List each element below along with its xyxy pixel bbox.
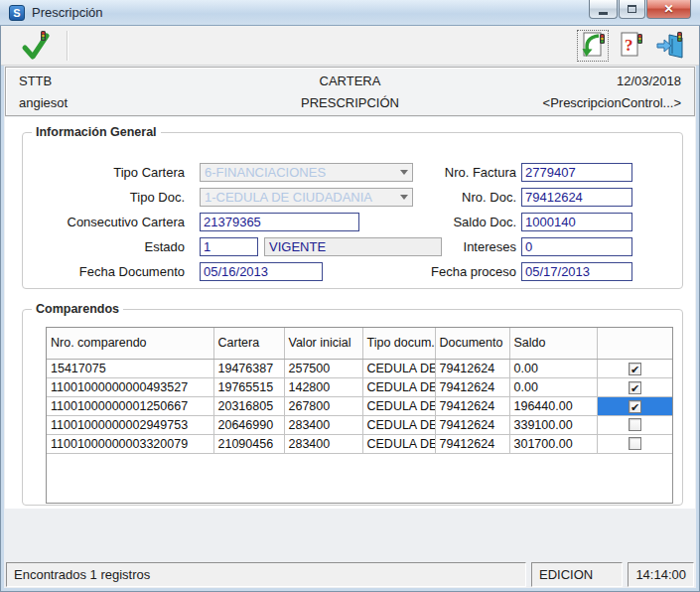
cell-nro-comparendo: 11001000000000493527 (47, 377, 213, 396)
table-row[interactable]: 11001000000000493527 19765515 142800 CED… (47, 377, 673, 396)
cell-tipo-documento: CEDULA DE ... (362, 434, 435, 453)
cell-saldo: 339100.00 (509, 415, 597, 434)
cell-documento: 79412624 (435, 415, 509, 434)
table-row[interactable]: 11001000000003320079 21090456 283400 CED… (47, 434, 673, 453)
row-checkbox[interactable]: ✔ (629, 400, 641, 413)
row-checkbox[interactable] (629, 437, 641, 450)
exit-door-icon (655, 31, 685, 62)
maximize-button[interactable] (619, 0, 645, 19)
nro-factura-label: Nro. Factura (405, 163, 516, 182)
status-message: Encontrados 1 registros (6, 562, 526, 587)
cell-nro-comparendo: 11001000000002949753 (47, 415, 213, 434)
tipo-cartera-value: 6-FINANCIACIONES (205, 165, 396, 180)
cell-valor-inicial: 142800 (284, 377, 362, 396)
saldo-doc-label: Saldo Doc. (405, 213, 516, 231)
header-date: 12/03/2018 (617, 74, 681, 88)
saldo-doc-input[interactable] (521, 213, 632, 231)
cell-documento: 79412624 (435, 396, 509, 415)
cell-nro-comparendo: 11001000000003320079 (47, 434, 213, 453)
cell-saldo: 301700.00 (509, 434, 597, 453)
fecha-proceso-input[interactable] (521, 262, 632, 281)
form-header-panel: STTB CARTERA 12/03/2018 angiesot PRESCRI… (5, 67, 695, 116)
module-name: CARTERA (19, 74, 681, 88)
help-button[interactable]: ? (616, 30, 647, 62)
cell-cartera: 19476387 (213, 359, 284, 377)
col-documento: Documento (435, 328, 509, 359)
cell-saldo: 0.00 (509, 377, 597, 396)
tipo-cartera-label: Tipo Cartera (31, 163, 185, 182)
cell-saldo: 196440.00 (509, 396, 597, 415)
cell-tipo-documento: CEDULA DE ... (362, 359, 435, 377)
cell-saldo: 0.00 (509, 359, 597, 377)
status-mode: EDICION (531, 562, 623, 587)
table-row[interactable]: 11001000000001250667 20316805 267800 CED… (47, 396, 673, 415)
status-bar: Encontrados 1 registros EDICION 14:14:00 (6, 562, 694, 587)
app-icon[interactable]: S (9, 5, 25, 21)
cell-documento: 79412624 (435, 377, 509, 396)
table-row[interactable]: 11001000000002949753 20646990 283400 CED… (47, 415, 673, 434)
question-icon: ? (618, 31, 645, 62)
table-header-row: Nro. comparendo Cartera Valor inicial Ti… (47, 328, 673, 359)
cell-valor-inicial: 283400 (284, 415, 362, 434)
cell-documento: 79412624 (435, 359, 509, 377)
cell-valor-inicial: 257500 (284, 359, 362, 377)
cell-tipo-documento: CEDULA DE ... (362, 415, 435, 434)
col-saldo: Saldo (509, 328, 597, 359)
close-button[interactable]: ✕ (646, 0, 691, 19)
cell-cartera: 19765515 (213, 377, 284, 396)
toolbar: ? (1, 26, 699, 66)
title-bar[interactable]: S Prescripción ✕ (0, 0, 700, 26)
nro-factura-input[interactable] (521, 163, 632, 182)
comparendos-table: Nro. comparendo Cartera Valor inicial Ti… (46, 327, 673, 504)
consecutivo-cartera-input[interactable] (200, 213, 359, 231)
cell-valor-inicial: 267800 (284, 396, 362, 415)
col-nro-comparendo: Nro. comparendo (47, 328, 213, 359)
minimize-icon (599, 12, 608, 15)
col-tipo-documento: Tipo docum... (362, 328, 435, 359)
col-checkbox (597, 328, 673, 359)
col-valor-inicial: Valor inicial (284, 328, 362, 359)
row-checkbox[interactable]: ✔ (629, 363, 641, 375)
estado-input[interactable] (200, 237, 258, 256)
rollback-button[interactable] (577, 30, 609, 62)
info-general-group: Información General Tipo Cartera 6-FINAN… (22, 132, 683, 289)
checkmark-icon (19, 50, 53, 65)
cell-valor-inicial: 283400 (284, 434, 362, 453)
checkbox-cell: ✔ (597, 359, 673, 377)
comparendos-title: Comparendos (32, 302, 123, 316)
intereses-input[interactable] (521, 237, 632, 256)
tipo-doc-label: Tipo Doc. (31, 188, 185, 207)
checkbox-cell: ✔ (597, 377, 673, 396)
row-checkbox[interactable] (629, 418, 641, 431)
cell-tipo-documento: CEDULA DE ... (362, 377, 435, 396)
intereses-label: Intereses (405, 237, 516, 256)
fecha-documento-input[interactable] (200, 262, 323, 281)
control-name: <PrescripcionControl...> (543, 95, 681, 110)
exit-button[interactable] (654, 30, 686, 62)
info-general-title: Información General (32, 125, 161, 139)
fecha-proceso-label: Fecha proceso (405, 262, 516, 281)
svg-text:?: ? (625, 36, 633, 55)
minimize-button[interactable] (589, 0, 618, 19)
table-row[interactable]: 15417075 19476387 257500 CEDULA DE ... 7… (47, 359, 673, 377)
fecha-documento-label: Fecha Documento (31, 262, 185, 281)
window-controls: ✕ (588, 0, 691, 19)
row-checkbox[interactable]: ✔ (629, 381, 641, 394)
checkbox-cell (597, 434, 673, 453)
cell-nro-comparendo: 15417075 (47, 359, 213, 377)
tipo-doc-select[interactable]: 1-CEDULA DE CIUDADANIA (200, 188, 413, 207)
tipo-cartera-select[interactable]: 6-FINANCIACIONES (200, 163, 413, 182)
commit-button[interactable] (17, 29, 55, 63)
checkbox-cell (597, 415, 673, 434)
cell-cartera: 21090456 (213, 434, 284, 453)
maximize-icon (628, 5, 636, 13)
col-cartera: Cartera (213, 328, 284, 359)
nro-doc-label: Nro. Doc. (405, 188, 516, 207)
nro-doc-input[interactable] (521, 188, 632, 207)
content-area: Información General Tipo Cartera 6-FINAN… (5, 117, 695, 509)
cell-documento: 79412624 (435, 434, 509, 453)
cell-tipo-documento: CEDULA DE ... (362, 396, 435, 415)
toolbar-right-group: ? (577, 30, 686, 62)
consecutivo-cartera-label: Consecutivo Cartera (31, 213, 185, 231)
app-window: S Prescripción ✕ (0, 0, 700, 592)
